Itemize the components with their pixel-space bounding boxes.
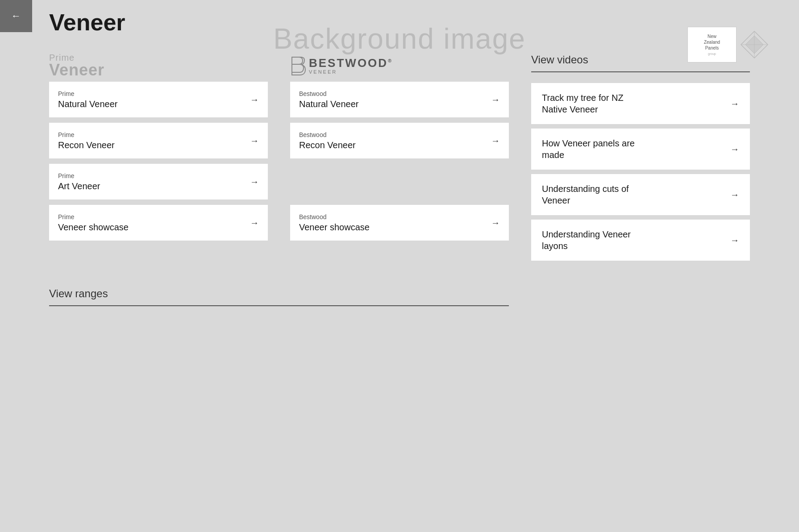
bestwood-showcase-name: Veneer showcase	[299, 222, 370, 233]
nzp-logo-text: New Zealand Panels group	[704, 33, 720, 56]
headings-row: View ranges	[49, 287, 750, 317]
bestwood-recon-name: Recon Veneer	[299, 140, 356, 150]
bestwood-natural-arrow-icon: →	[491, 95, 500, 105]
page-title: Veneer	[49, 9, 750, 36]
content-area: Veneer Prime Veneer Prime Natural Veneer	[0, 0, 799, 287]
back-arrow-icon: ←	[11, 10, 21, 22]
prime-recon-arrow-icon: →	[250, 136, 259, 146]
prime-art-veneer-card[interactable]: Prime Art Veneer →	[49, 164, 268, 200]
video-layons-card[interactable]: Understanding Veneer layons →	[531, 220, 750, 261]
video-layons-title: Understanding Veneer layons	[542, 229, 649, 252]
prime-showcase-arrow-icon: →	[250, 218, 259, 228]
bestwood-showcase-card[interactable]: Bestwood Veneer showcase →	[290, 205, 509, 241]
bestwood-column: BESTWOOD® VENEER Bestwood Natural Veneer…	[290, 54, 509, 241]
nzp-line1: New	[707, 34, 716, 39]
bestwood-sub-text: VENEER	[309, 70, 393, 75]
prime-natural-veneer-card[interactable]: Prime Natural Veneer →	[49, 82, 268, 117]
bestwood-b-svg	[290, 55, 306, 77]
ranges-heading-cell: View ranges	[49, 287, 509, 317]
video-layons-arrow-icon: →	[730, 235, 739, 245]
bestwood-recon-veneer-card[interactable]: Bestwood Recon Veneer →	[290, 123, 509, 158]
video-track-tree-arrow-icon: →	[730, 99, 739, 109]
prime-natural-arrow-icon: →	[250, 95, 259, 105]
video-items-list: Track my tree for NZ Native Veneer → How…	[531, 83, 750, 261]
bestwood-spacer	[290, 164, 509, 200]
prime-art-name: Art Veneer	[58, 181, 100, 191]
prime-showcase-card[interactable]: Prime Veneer showcase →	[49, 205, 268, 241]
back-button[interactable]: ←	[0, 0, 32, 32]
ranges-video-wrapper: View ranges	[0, 287, 799, 354]
bestwood-recon-arrow-icon: →	[491, 136, 500, 146]
nzp-decorative-icon	[737, 27, 772, 62]
prime-recon-brand-label: Prime	[58, 131, 115, 138]
prime-natural-brand-label: Prime	[58, 90, 117, 97]
bestwood-brand-logo: BESTWOOD® VENEER	[290, 54, 509, 78]
video-track-tree-card[interactable]: Track my tree for NZ Native Veneer →	[531, 83, 750, 124]
video-panels-made-title: How Veneer panels are made	[542, 137, 649, 161]
bestwood-recon-brand-label: Bestwood	[299, 131, 356, 138]
video-cuts-title: Understanding cuts of Veneer	[542, 183, 649, 206]
prime-natural-name: Natural Veneer	[58, 99, 117, 109]
bestwood-showcase-arrow-icon: →	[491, 218, 500, 228]
prime-art-arrow-icon: →	[250, 177, 259, 187]
videos-heading-cell	[531, 287, 750, 317]
video-panels-made-card[interactable]: How Veneer panels are made →	[531, 129, 750, 170]
prime-logo-veneer-text: Veneer	[49, 62, 104, 78]
bestwood-showcase-brand-label: Bestwood	[299, 213, 370, 220]
prime-recon-veneer-card[interactable]: Prime Recon Veneer →	[49, 123, 268, 158]
bestwood-natural-veneer-card[interactable]: Bestwood Natural Veneer →	[290, 82, 509, 117]
prime-showcase-name: Veneer showcase	[58, 222, 129, 233]
videos-section: View videos Track my tree for NZ Native …	[531, 54, 750, 261]
video-cuts-card[interactable]: Understanding cuts of Veneer →	[531, 174, 750, 215]
ranges-heading: View ranges	[49, 287, 509, 306]
prime-brand-logo: Prime Veneer	[49, 54, 268, 78]
logo-area: New Zealand Panels group	[687, 27, 772, 62]
bestwood-main-text: BESTWOOD®	[309, 57, 393, 69]
prime-showcase-brand-label: Prime	[58, 213, 129, 220]
nzp-line3: Panels	[705, 46, 719, 50]
nzp-group: group	[704, 52, 720, 56]
video-panels-made-arrow-icon: →	[730, 144, 739, 154]
video-cuts-arrow-icon: →	[730, 190, 739, 200]
prime-recon-name: Recon Veneer	[58, 140, 115, 150]
video-track-tree-title: Track my tree for NZ Native Veneer	[542, 92, 649, 115]
nzp-line2: Zealand	[704, 40, 720, 45]
prime-items-list: Prime Natural Veneer → Prime Recon Venee…	[49, 82, 268, 241]
bestwood-natural-brand-label: Bestwood	[299, 90, 358, 97]
prime-art-brand-label: Prime	[58, 172, 100, 179]
nzp-logo: New Zealand Panels group	[687, 27, 737, 62]
prime-veneer-column: Prime Veneer Prime Natural Veneer → Prim…	[49, 54, 268, 241]
bestwood-items-list: Bestwood Natural Veneer → Bestwood Recon…	[290, 82, 509, 241]
bestwood-natural-name: Natural Veneer	[299, 99, 358, 109]
